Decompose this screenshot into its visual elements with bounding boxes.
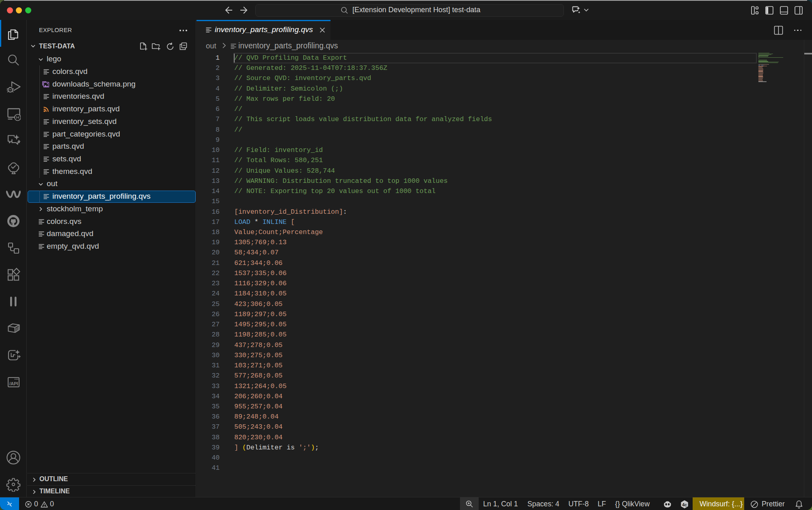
svg-text:/API: /API bbox=[9, 381, 18, 386]
svg-text:4c: 4c bbox=[682, 502, 687, 507]
